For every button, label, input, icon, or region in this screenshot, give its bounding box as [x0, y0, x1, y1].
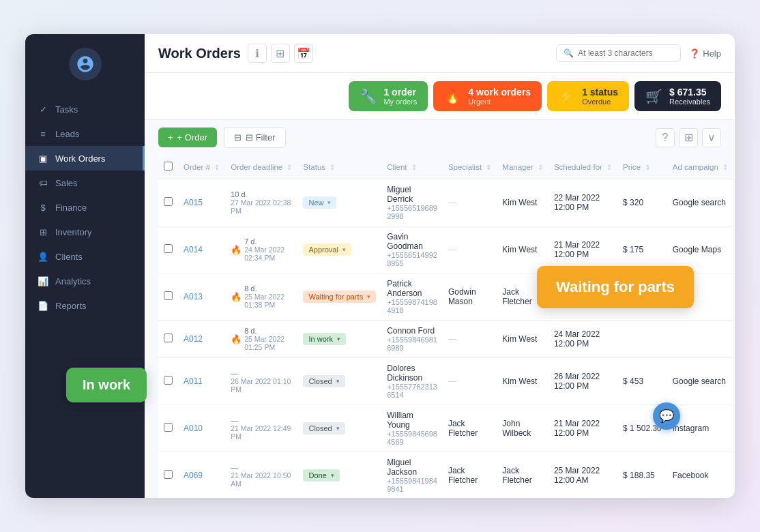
search-input[interactable]	[578, 48, 673, 58]
scheduled-cell: 21 Mar 2022 12:00 PM	[549, 405, 617, 452]
add-order-button[interactable]: + + Order	[158, 128, 217, 147]
sidebar-label-finance: Finance	[55, 203, 87, 213]
page-title: Work Orders	[158, 46, 241, 61]
client-name: Dolores Dickinson	[387, 364, 437, 383]
client-phone: +15557762313 6514	[387, 383, 437, 399]
status-badge[interactable]: Closed ▾	[303, 375, 345, 387]
stat-my-orders-value: 1 order	[383, 87, 417, 98]
order-link[interactable]: A013	[184, 292, 203, 301]
stat-my-orders[interactable]: 🔧 1 order My orders	[349, 81, 428, 111]
order-link[interactable]: A014	[184, 245, 203, 254]
info-icon[interactable]: ℹ	[248, 44, 267, 63]
scheduled-cell: 26 Mar 2022 12:00 PM	[549, 358, 617, 405]
sidebar-item-clients[interactable]: 👤 Clients	[25, 244, 145, 269]
status-badge[interactable]: New ▾	[303, 196, 336, 209]
sidebar-item-reports[interactable]: 📄 Reports	[25, 293, 145, 318]
help-button[interactable]: ❓ Help	[689, 48, 721, 59]
header-right: 🔍 ❓ Help	[556, 44, 721, 62]
header: Work Orders ℹ ⊞ 📅 🔍 ❓ Help	[145, 34, 735, 73]
sidebar-item-inventory[interactable]: ⊞ Inventory	[25, 220, 145, 244]
order-link[interactable]: A011	[184, 376, 203, 386]
sidebar-item-sales[interactable]: 🏷 Sales	[25, 171, 145, 195]
stat-receivables[interactable]: 🛒 $ 671.35 Receivables	[634, 81, 721, 111]
sidebar-label-sales: Sales	[55, 178, 78, 188]
scheduled-cell: 24 Mar 2022 12:00 PM	[549, 321, 617, 358]
client-phone: +15559845698 4569	[387, 430, 437, 446]
ad-cell: Google search	[667, 179, 733, 226]
expand-icon[interactable]: ∨	[702, 128, 721, 147]
row-checkbox[interactable]	[164, 470, 173, 479]
col-manager: Manager ⇕	[497, 155, 549, 179]
table-row: A069 — 21 Mar 2022 10:50 AM Done ▾ Migue…	[158, 452, 733, 499]
select-all-checkbox[interactable]	[164, 162, 173, 171]
stat-overdue[interactable]: ⚡ 1 status Overdue	[547, 81, 629, 111]
sales-icon: 🏷	[38, 177, 48, 188]
cart-icon: 🛒	[645, 88, 662, 104]
help-table-icon[interactable]: ?	[656, 128, 675, 147]
tasks-icon: ✓	[38, 104, 48, 115]
lightning-icon: ⚡	[558, 88, 575, 104]
row-checkbox[interactable]	[164, 291, 173, 300]
table-row: A015 10 d. 27 Mar 2022 02:38 PM New ▾ Mi…	[158, 179, 733, 226]
work-orders-table: Order # ⇕ Order deadline ⇕ Status ⇕ Clie…	[158, 155, 733, 498]
stat-urgent[interactable]: 🔥 4 work orders Urgent	[433, 81, 542, 111]
order-link[interactable]: A010	[184, 424, 203, 433]
client-name: Connon Ford	[387, 326, 437, 336]
days-badge: 8 d.	[244, 284, 292, 293]
col-order: Order # ⇕	[178, 155, 225, 179]
status-badge[interactable]: Done ▾	[303, 469, 339, 482]
sidebar-item-analytics[interactable]: 📊 Analytics	[25, 269, 145, 293]
stat-receivables-value: $ 671.35	[669, 87, 710, 98]
col-price: Price ⇕	[617, 155, 667, 179]
stat-receivables-label: Receivables	[669, 98, 710, 106]
order-link[interactable]: A015	[184, 198, 203, 207]
days-badge: —	[231, 463, 292, 471]
ad-cell: Google search	[667, 358, 733, 405]
specialist-cell: —	[443, 226, 497, 274]
row-checkbox[interactable]	[164, 197, 173, 206]
deadline-date: 21 Mar 2022 12:49 PM	[231, 424, 292, 441]
deadline-date: 21 Mar 2022 10:50 AM	[231, 471, 292, 488]
order-link[interactable]: A069	[184, 471, 203, 480]
table-view-icon[interactable]: ⊞	[679, 128, 698, 147]
grid-view-icon[interactable]: ⊞	[271, 44, 290, 63]
app-logo[interactable]	[69, 48, 102, 80]
row-checkbox[interactable]	[164, 376, 173, 385]
manager-cell: Jack Fletcher	[497, 452, 549, 499]
sidebar-item-tasks[interactable]: ✓ Tasks	[25, 97, 145, 121]
filter-button[interactable]: ⊟ ⊟ Filter	[224, 127, 286, 148]
row-checkbox[interactable]	[164, 334, 173, 342]
reports-icon: 📄	[38, 300, 48, 311]
in-work-tooltip: In work	[66, 368, 147, 402]
order-link[interactable]: A012	[184, 334, 203, 344]
sidebar-item-work-orders[interactable]: ▣ Work Orders	[25, 146, 145, 171]
chat-button[interactable]: 💬	[653, 402, 680, 430]
manager-cell: John Wilbeck	[497, 405, 549, 452]
leads-icon: ≡	[38, 128, 48, 139]
sidebar-label-clients: Clients	[55, 252, 83, 262]
row-checkbox[interactable]	[164, 423, 173, 432]
specialist-cell: —	[443, 358, 497, 405]
calendar-view-icon[interactable]: 📅	[294, 44, 313, 63]
toolbar-right: ? ⊞ ∨	[656, 128, 721, 147]
table-body: A015 10 d. 27 Mar 2022 02:38 PM New ▾ Mi…	[158, 179, 733, 499]
sidebar-item-leads[interactable]: ≡ Leads	[25, 121, 145, 146]
client-name: William Young	[387, 411, 437, 430]
sidebar-label-work-orders: Work Orders	[55, 153, 105, 164]
ad-cell: Facebook	[667, 452, 733, 499]
sidebar-label-tasks: Tasks	[55, 104, 78, 115]
row-checkbox[interactable]	[164, 244, 173, 253]
status-badge[interactable]: In work ▾	[303, 333, 345, 345]
status-badge[interactable]: Approval ▾	[303, 243, 351, 256]
sidebar-item-finance[interactable]: $ Finance	[25, 195, 145, 220]
manager-cell: Kim West	[497, 179, 549, 226]
sidebar-label-analytics: Analytics	[55, 276, 91, 286]
specialist-cell: Godwin Mason	[443, 274, 497, 321]
status-badge[interactable]: Waiting for parts ▾	[303, 291, 376, 303]
status-badge[interactable]: Closed ▾	[303, 422, 345, 434]
col-scheduled: Scheduled for ⇕	[549, 155, 617, 179]
table-header-row: Order # ⇕ Order deadline ⇕ Status ⇕ Clie…	[158, 155, 733, 179]
deadline-date: 25 Mar 2022 01:25 PM	[244, 335, 292, 351]
stat-urgent-label: Urgent	[468, 98, 531, 106]
price-cell: $ 188.35	[617, 452, 667, 499]
